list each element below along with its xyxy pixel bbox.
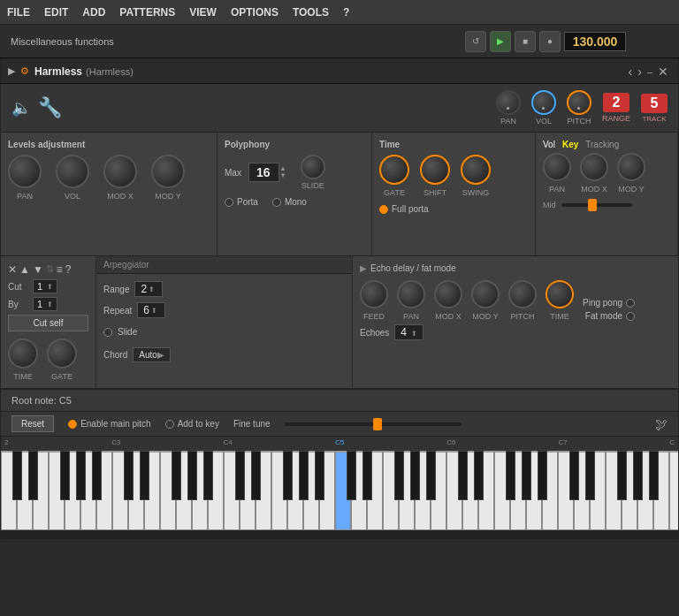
slide-radio[interactable] [103,328,112,337]
porta-option[interactable]: Porta [225,197,258,207]
prev-nav[interactable]: ‹ [629,65,633,79]
mid-thumb[interactable] [588,199,597,211]
cut-value[interactable]: 1 ⬆ [33,279,57,293]
piano-black-key[interactable] [235,451,245,500]
piano-keys-container[interactable] [1,451,678,539]
piano-black-key[interactable] [12,451,22,500]
piano-black-key[interactable] [617,451,627,500]
gate-knob[interactable] [379,155,409,185]
range-numbox[interactable]: 2 ⬆ [134,281,163,297]
level-modx-knob[interactable] [103,155,137,188]
top-vol-knob[interactable] [531,90,556,115]
menu-file[interactable]: FILE [0,6,37,19]
slide-knob[interactable] [301,155,325,179]
add-to-key-radio[interactable] [165,420,174,429]
piano-black-key[interactable] [347,451,356,500]
fat-mode-radio[interactable] [626,312,635,321]
menu-add[interactable]: ADD [75,6,112,19]
chord-select[interactable]: Auto ▶ [133,347,171,362]
piano-black-key[interactable] [76,451,86,500]
close-button[interactable]: ✕ [658,65,668,79]
echo-mody-knob[interactable] [471,280,500,308]
menu-patterns[interactable]: PATTERNS [112,6,182,19]
echo-pan-knob[interactable] [397,280,425,308]
wrench-icon[interactable]: 🔧 [38,96,62,119]
stop-button[interactable]: ■ [515,31,536,52]
echo-pitch-knob[interactable] [508,280,537,308]
piano-black-key[interactable] [569,451,579,500]
max-down-arrow[interactable]: ▼ [279,172,286,179]
piano-black-key[interactable] [251,451,261,500]
piano-black-key[interactable] [203,451,213,500]
piano-black-key[interactable] [522,451,531,500]
group-down-btn[interactable]: ▼ [33,263,43,276]
group-gate-knob[interactable] [47,338,77,369]
echo-expand-icon[interactable]: ▶ [360,263,367,273]
bpm-display[interactable]: 130.000 [564,32,626,51]
piano-black-key[interactable] [474,451,484,500]
loop-button[interactable]: ↺ [465,31,486,52]
group-up-btn[interactable]: ▲ [19,263,30,276]
piano-black-key[interactable] [172,451,181,500]
echo-feed-knob[interactable] [360,280,388,308]
repeat-numbox[interactable]: 6 ⬆ [137,302,165,318]
settings-gear-icon[interactable]: ⚙ [20,65,29,77]
piano-black-key[interactable] [649,451,659,500]
group-time-knob[interactable] [8,338,38,369]
fine-tune-thumb[interactable] [373,418,382,430]
echoes-value[interactable]: 4 ⬆ [394,324,423,340]
menu-edit[interactable]: EDIT [37,6,75,19]
cut-self-button[interactable]: Cut self [8,315,88,331]
porta-radio[interactable] [225,198,233,207]
range-display[interactable]: 2 [603,93,629,112]
key-tab[interactable]: Key [562,140,578,149]
mono-radio[interactable] [272,198,281,207]
shift-knob[interactable] [420,155,450,185]
piano-black-key[interactable] [458,451,468,500]
piano-black-key[interactable] [299,451,309,500]
piano-black-key[interactable] [315,451,324,500]
vkt-pan-knob[interactable] [543,153,571,181]
tracking-tab[interactable]: Tracking [585,140,619,149]
menu-tools[interactable]: TOOLS [286,6,336,19]
piano-black-key[interactable] [410,451,420,500]
level-vol-knob[interactable] [56,155,89,188]
piano-black-key[interactable] [28,451,38,500]
menu-help[interactable]: ? [336,6,356,19]
echo-time-knob[interactable] [545,280,574,308]
record-button[interactable]: ● [539,31,561,52]
mid-slider[interactable] [561,203,632,207]
vol-tab[interactable]: Vol [543,140,555,149]
group-close-btn[interactable]: ✕ [8,263,17,276]
speaker-icon[interactable]: 🔈 [11,98,31,118]
track-display[interactable]: 5 [641,94,668,113]
piano-black-key[interactable] [124,451,134,500]
echo-modx-knob[interactable] [434,280,462,308]
collapse-arrow[interactable]: ▶ [8,65,15,77]
vkt-mody-knob[interactable] [617,153,645,181]
minimize-button[interactable]: – [647,66,652,77]
piano-black-key[interactable] [362,451,372,500]
piano-black-key[interactable] [585,451,595,500]
piano-black-key[interactable] [60,451,70,500]
fine-tune-slider[interactable] [285,422,462,426]
piano-black-key[interactable] [92,451,102,500]
piano-black-key[interactable] [538,451,547,500]
full-porta-radio[interactable] [379,205,388,214]
ping-pong-radio[interactable] [626,299,635,308]
max-value-display[interactable]: 16 [248,163,279,182]
level-mody-knob[interactable] [151,155,185,188]
piano-black-key[interactable] [506,451,515,500]
enable-pitch-radio[interactable] [68,420,77,429]
next-nav[interactable]: › [637,65,642,79]
group-help-btn[interactable]: ? [65,263,72,276]
piano-black-key[interactable] [140,451,149,500]
top-pitch-knob[interactable] [567,90,591,115]
piano-black-key[interactable] [187,451,197,500]
piano-white-key[interactable] [669,451,678,530]
level-pan-knob[interactable] [8,155,42,188]
piano-black-key[interactable] [633,451,643,500]
top-pan-knob[interactable] [496,90,521,115]
menu-options[interactable]: OPTIONS [224,6,286,19]
menu-view[interactable]: VIEW [182,6,224,19]
